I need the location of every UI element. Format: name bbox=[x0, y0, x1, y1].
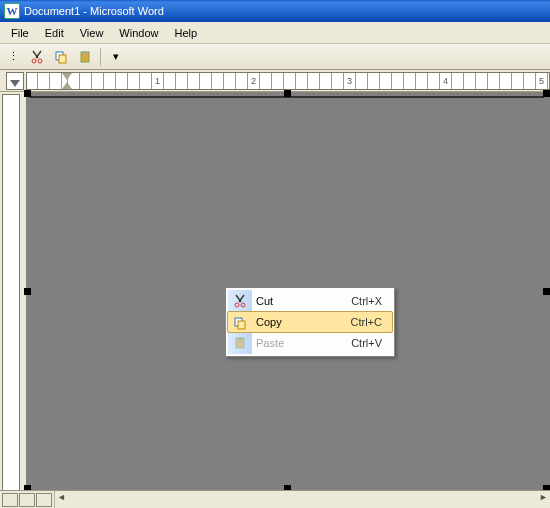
svg-rect-9 bbox=[238, 321, 245, 329]
menu-window[interactable]: Window bbox=[112, 25, 165, 41]
menu-view[interactable]: View bbox=[73, 25, 111, 41]
svg-point-0 bbox=[32, 59, 36, 63]
bottom-bar bbox=[0, 490, 550, 508]
context-menu-shortcut: Ctrl+X bbox=[351, 295, 392, 307]
ruler-corner[interactable] bbox=[6, 72, 24, 90]
resize-handle[interactable] bbox=[543, 90, 550, 97]
resize-handle[interactable] bbox=[24, 288, 31, 295]
menu-edit[interactable]: Edit bbox=[38, 25, 71, 41]
ruler-bar: 1 2 3 4 5 bbox=[0, 70, 550, 92]
svg-rect-5 bbox=[83, 51, 87, 54]
menu-help[interactable]: Help bbox=[167, 25, 204, 41]
view-normal-button[interactable] bbox=[2, 493, 18, 507]
resize-handle[interactable] bbox=[543, 288, 550, 295]
context-menu-label: Paste bbox=[256, 337, 351, 349]
resize-handle[interactable] bbox=[24, 90, 31, 97]
svg-point-6 bbox=[235, 303, 239, 307]
document-area: 260 if (pMenuPopup != NULL &&261 pMenuPo… bbox=[0, 92, 550, 508]
copy-icon[interactable] bbox=[50, 46, 72, 68]
indent-marker-bottom-icon[interactable] bbox=[62, 82, 72, 89]
ruler-tick: 5 bbox=[539, 76, 544, 86]
context-menu: CutCtrl+XCopyCtrl+CPasteCtrl+V bbox=[225, 287, 395, 357]
context-menu-paste: PasteCtrl+V bbox=[228, 332, 392, 354]
ruler-tick: 2 bbox=[251, 76, 256, 86]
context-menu-label: Copy bbox=[256, 316, 351, 328]
paste-icon[interactable] bbox=[74, 46, 96, 68]
ruler-tick: 1 bbox=[155, 76, 160, 86]
view-web-button[interactable] bbox=[19, 493, 35, 507]
context-menu-shortcut: Ctrl+C bbox=[351, 316, 392, 328]
indent-marker-top-icon[interactable] bbox=[62, 73, 72, 80]
overflow-icon[interactable]: ▾ bbox=[105, 46, 127, 68]
cut-icon bbox=[232, 293, 248, 309]
cut-icon[interactable] bbox=[26, 46, 48, 68]
svg-point-7 bbox=[241, 303, 245, 307]
svg-rect-3 bbox=[59, 55, 66, 63]
menubar: File Edit View Window Help bbox=[0, 22, 550, 44]
vertical-ruler[interactable] bbox=[2, 94, 20, 506]
window-title: Document1 - Microsoft Word bbox=[24, 5, 164, 17]
context-menu-copy[interactable]: CopyCtrl+C bbox=[227, 311, 393, 333]
resize-handle[interactable] bbox=[284, 90, 291, 97]
context-menu-cut[interactable]: CutCtrl+X bbox=[228, 290, 392, 312]
svg-rect-11 bbox=[238, 337, 242, 340]
paste-icon bbox=[232, 335, 248, 351]
ruler-tick: 3 bbox=[347, 76, 352, 86]
word-app-icon: W bbox=[4, 3, 20, 19]
menu-file[interactable]: File bbox=[4, 25, 36, 41]
svg-point-1 bbox=[38, 59, 42, 63]
ruler-tick: 4 bbox=[443, 76, 448, 86]
context-menu-label: Cut bbox=[256, 295, 351, 307]
window-titlebar: W Document1 - Microsoft Word bbox=[0, 0, 550, 22]
grip-icon[interactable]: ⋮ bbox=[2, 46, 24, 68]
horizontal-ruler[interactable]: 1 2 3 4 5 bbox=[26, 72, 550, 90]
horizontal-scrollbar[interactable] bbox=[54, 491, 550, 508]
code-view: 260 if (pMenuPopup != NULL &&261 pMenuPo… bbox=[45, 97, 543, 98]
context-menu-shortcut: Ctrl+V bbox=[351, 337, 392, 349]
toolbar-divider bbox=[100, 48, 101, 66]
toolbar: ⋮ ▾ bbox=[0, 44, 550, 70]
view-print-button[interactable] bbox=[36, 493, 52, 507]
copy-icon bbox=[232, 315, 248, 331]
